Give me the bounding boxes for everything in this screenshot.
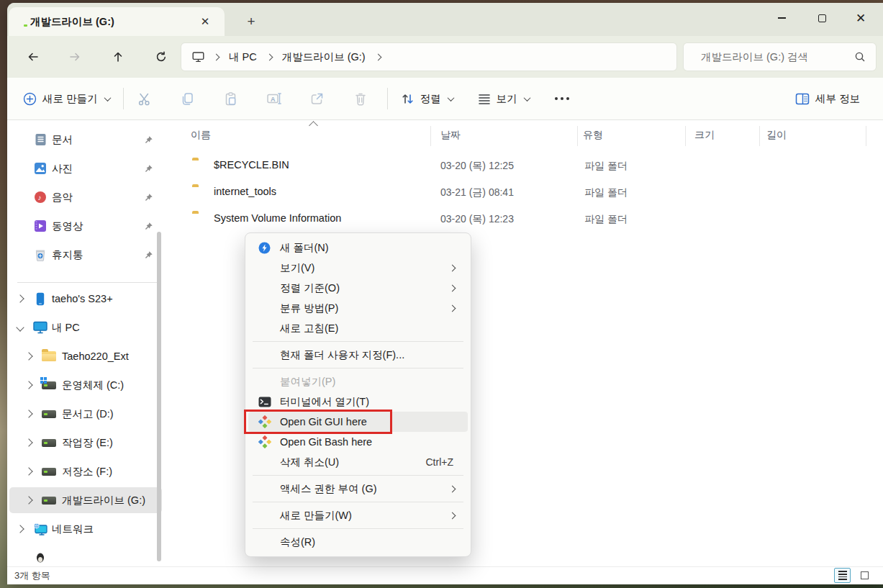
menu-item-new[interactable]: 새로 만들기(W) [248,505,468,525]
recycle-bin-icon [33,248,47,261]
sidebar-item-drive-e[interactable]: 작업장 (E:) [7,428,169,457]
menu-divider [253,341,463,342]
plus-circle-icon [23,92,37,106]
minimize-button[interactable] [765,3,798,33]
toolbar-divider [123,88,124,109]
menu-item-sort-by[interactable]: 정렬 기준(O) [248,278,468,298]
view-details-button[interactable] [834,568,851,583]
menu-item-view[interactable]: 보기(V) [248,258,468,278]
menu-item-open-terminal[interactable]: 터미널에서 열기(T) [248,392,468,412]
submenu-chevron-icon [449,264,456,271]
delete-button[interactable] [345,85,376,112]
menu-shortcut: Ctrl+Z [426,456,454,468]
svg-text:A: A [271,96,276,103]
column-header-length[interactable]: 길이 [766,129,787,142]
sidebar-item-drive-d[interactable]: 문서고 (D:) [7,399,169,428]
sidebar-item-pictures[interactable]: 사진 [7,154,169,183]
chevron-right-icon[interactable] [24,352,32,360]
rename-button[interactable]: A [259,85,289,112]
chevron-right-icon[interactable] [24,410,32,417]
sort-button[interactable]: 정렬 [394,85,461,112]
details-pane-button[interactable]: 세부 정보 [788,85,867,112]
chevron-right-icon[interactable] [24,381,32,389]
breadcrumb-item-this-pc[interactable]: 내 PC [225,50,261,64]
maximize-button[interactable] [805,3,838,33]
view-button[interactable]: 보기 [471,85,537,112]
new-tab-button[interactable]: + [240,12,262,32]
sort-arrows-icon [401,92,415,106]
details-pane-label: 세부 정보 [815,92,860,106]
sidebar-item-drive-g[interactable]: 개발드라이브 (G:) [7,486,169,515]
sidebar-item-documents[interactable]: 문서 [7,125,169,154]
forward-button[interactable] [62,44,88,70]
table-row[interactable]: $RECYCLE.BIN 03-20 (목) 12:25 파일 폴더 [169,153,883,179]
submenu-chevron-icon [449,304,456,312]
main-area: 문서 사진 ♪ 음악 동영상 [7,120,883,566]
sidebar-item-this-pc[interactable]: 내 PC [7,313,169,342]
chevron-right-icon[interactable] [16,525,24,533]
column-header-name[interactable]: 이름 [191,129,211,142]
back-button[interactable] [20,44,46,70]
submenu-chevron-icon [449,512,456,519]
sidebar-item-videos[interactable]: 동영상 [7,212,169,240]
cut-button[interactable] [130,85,160,112]
chevron-right-icon[interactable] [24,467,32,475]
submenu-chevron-icon [449,485,456,492]
sidebar-item-drive-c[interactable]: 운영체제 (C:) [7,371,169,399]
menu-item-group-by[interactable]: 분류 방법(P) [248,298,468,318]
column-header-size[interactable]: 크기 [694,129,715,142]
sidebar-item-drive-f[interactable]: 저장소 (F:) [7,457,169,486]
search-input[interactable]: 개발드라이브 (G:) 검색 [684,43,876,71]
sidebar-item-network[interactable]: 네트워크 [7,515,169,543]
share-button[interactable] [302,85,332,112]
table-row[interactable]: internet_tools 03-21 (금) 08:41 파일 폴더 [169,179,883,206]
search-icon [854,51,866,63]
refresh-button[interactable] [148,44,174,70]
chevron-right-icon[interactable] [16,294,24,302]
column-header-date[interactable]: 날짜 [440,129,461,142]
sidebar-item-recycle-bin[interactable]: 휴지통 [7,240,169,269]
details-view-icon [838,571,847,579]
copy-button[interactable] [173,85,203,112]
close-button[interactable]: ✕ [844,3,877,33]
menu-item-properties[interactable]: 속성(R) [248,532,468,552]
toolbar-divider [387,88,388,109]
more-options-button[interactable] [547,85,577,112]
command-bar: 새로 만들기 A 정렬 [7,78,883,120]
status-bar: 3개 항목 [7,566,883,584]
menu-item-give-access[interactable]: 액세스 권한 부여 (G) [248,479,468,499]
breadcrumb-chevron-icon [213,53,220,60]
sidebar-item-taeho220-ext[interactable]: Taeho220_Ext [7,342,169,371]
close-tab-icon[interactable]: ✕ [196,12,214,31]
address-field[interactable]: 내 PC 개발드라이브 (G:) [181,43,676,71]
chevron-down-icon [104,94,111,101]
up-button[interactable] [105,44,131,70]
drive-icon [42,410,56,418]
table-row[interactable]: System Volume Information 03-20 (목) 12:2… [169,206,883,232]
submenu-chevron-icon [449,284,456,291]
menu-item-customize-folder[interactable]: 현재 폴더 사용자 지정(F)... [248,345,468,365]
menu-item-undo-delete[interactable]: 삭제 취소(U) Ctrl+Z [248,452,468,472]
view-button-label: 보기 [497,92,517,106]
sidebar-item-music[interactable]: ♪ 음악 [7,183,169,212]
sidebar-divider [17,282,159,283]
new-button[interactable]: 새로 만들기 [16,85,117,112]
column-header-type[interactable]: 유형 [583,129,603,142]
large-icons-view-icon [861,571,869,579]
chevron-right-icon[interactable] [24,496,32,504]
chevron-down-icon[interactable] [16,323,24,331]
paste-button[interactable] [216,85,246,112]
sidebar-item-partial[interactable] [7,543,169,566]
chevron-right-icon[interactable] [24,438,32,446]
menu-item-new-folder[interactable]: 새 폴더(N) [248,238,468,258]
menu-item-open-git-gui[interactable]: Open Git GUI here [248,412,468,432]
view-large-icons-button[interactable] [856,568,873,583]
explorer-tab[interactable]: 개발드라이브 (G:) ✕ [9,7,225,36]
menu-item-open-git-bash[interactable]: Open Git Bash here [248,432,468,452]
sidebar-scrollbar[interactable] [157,232,161,561]
menu-item-refresh[interactable]: 새로 고침(E) [248,318,468,338]
sidebar-item-phone[interactable]: taeho's S23+ [7,284,169,313]
folder-icon [42,351,56,361]
breadcrumb-item-drive[interactable]: 개발드라이브 (G:) [278,50,370,64]
new-folder-icon [258,242,280,254]
